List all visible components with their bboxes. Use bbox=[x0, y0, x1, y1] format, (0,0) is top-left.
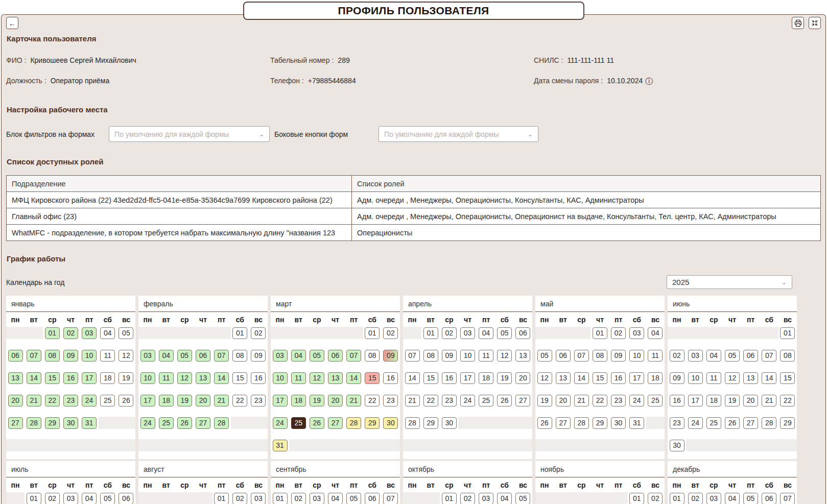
day-cell[interactable]: 08 bbox=[593, 350, 607, 362]
day-cell[interactable]: 04 bbox=[291, 350, 306, 362]
day-cell[interactable]: 27 bbox=[743, 417, 758, 429]
day-cell[interactable]: 08 bbox=[232, 350, 247, 362]
print-button[interactable] bbox=[792, 17, 804, 29]
day-cell[interactable]: 15 bbox=[593, 372, 607, 384]
day-cell[interactable]: 06 bbox=[762, 493, 776, 504]
day-cell[interactable]: 13 bbox=[515, 350, 530, 362]
day-cell[interactable]: 25 bbox=[648, 395, 663, 406]
day-cell[interactable]: 04 bbox=[725, 493, 740, 504]
day-cell[interactable]: 01 bbox=[593, 327, 607, 339]
day-cell[interactable]: 25 bbox=[159, 417, 174, 429]
day-cell[interactable]: 01 bbox=[442, 493, 457, 504]
day-cell[interactable]: 05 bbox=[515, 493, 530, 504]
day-cell[interactable]: 23 bbox=[611, 395, 626, 406]
day-cell[interactable]: 04 bbox=[497, 493, 512, 504]
day-cell[interactable]: 04 bbox=[100, 327, 115, 339]
day-cell[interactable]: 12 bbox=[725, 372, 740, 384]
day-cell[interactable]: 25 bbox=[706, 417, 721, 429]
day-cell[interactable]: 13 bbox=[743, 372, 758, 384]
day-cell[interactable]: 04 bbox=[82, 493, 97, 504]
day-cell[interactable]: 18 bbox=[706, 395, 721, 406]
day-cell[interactable]: 26 bbox=[725, 417, 740, 429]
day-cell[interactable]: 03 bbox=[479, 493, 493, 504]
day-cell[interactable]: 09 bbox=[442, 350, 457, 362]
day-cell[interactable]: 20 bbox=[328, 395, 343, 406]
side-buttons-select[interactable]: По умолчанию для каждой формы ⌄ bbox=[379, 126, 538, 142]
day-cell[interactable]: 24 bbox=[629, 395, 644, 406]
day-cell[interactable]: 28 bbox=[405, 417, 420, 429]
day-cell[interactable]: 29 bbox=[593, 417, 607, 429]
day-cell[interactable]: 05 bbox=[743, 493, 758, 504]
day-cell[interactable]: 16 bbox=[251, 372, 266, 384]
day-cell[interactable]: 13 bbox=[328, 372, 343, 384]
day-cell[interactable]: 05 bbox=[119, 327, 133, 339]
day-cell[interactable]: 01 bbox=[27, 493, 41, 504]
day-cell[interactable]: 02 bbox=[611, 327, 626, 339]
day-cell[interactable]: 19 bbox=[497, 372, 512, 384]
day-cell[interactable]: 06 bbox=[328, 350, 343, 362]
day-cell[interactable]: 03 bbox=[273, 350, 288, 362]
day-cell[interactable]: 07 bbox=[346, 350, 361, 362]
day-cell[interactable]: 15 bbox=[423, 372, 438, 384]
day-cell[interactable]: 30 bbox=[383, 417, 398, 429]
day-cell[interactable]: 06 bbox=[743, 350, 758, 362]
day-cell[interactable]: 28 bbox=[346, 417, 361, 429]
day-cell[interactable]: 26 bbox=[177, 417, 192, 429]
day-cell[interactable]: 06 bbox=[196, 350, 210, 362]
day-cell[interactable]: 24 bbox=[82, 395, 97, 406]
day-cell[interactable]: 16 bbox=[442, 372, 457, 384]
day-cell[interactable]: 01 bbox=[365, 327, 380, 339]
day-cell[interactable]: 14 bbox=[214, 372, 229, 384]
info-circle-icon[interactable]: ⓘ bbox=[645, 77, 653, 85]
day-cell[interactable]: 10 bbox=[140, 372, 155, 384]
day-cell[interactable]: 03 bbox=[629, 327, 644, 339]
day-cell[interactable]: 05 bbox=[310, 350, 324, 362]
day-cell[interactable]: 30 bbox=[611, 417, 626, 429]
day-cell[interactable]: 21 bbox=[574, 395, 589, 406]
day-cell[interactable]: 21 bbox=[214, 395, 229, 406]
day-cell[interactable]: 01 bbox=[273, 493, 288, 504]
day-cell[interactable]: 08 bbox=[423, 350, 438, 362]
day-cell[interactable]: 22 bbox=[365, 395, 380, 406]
day-cell[interactable]: 10 bbox=[82, 350, 97, 362]
day-cell[interactable]: 16 bbox=[63, 372, 78, 384]
day-cell[interactable]: 11 bbox=[706, 372, 721, 384]
day-cell[interactable]: 26 bbox=[119, 395, 133, 406]
day-cell[interactable]: 20 bbox=[196, 395, 210, 406]
day-cell[interactable]: 05 bbox=[537, 350, 552, 362]
day-cell[interactable]: 24 bbox=[460, 395, 475, 406]
day-cell[interactable]: 25 bbox=[479, 395, 493, 406]
day-cell[interactable]: 03 bbox=[460, 327, 475, 339]
day-cell[interactable]: 21 bbox=[27, 395, 41, 406]
day-cell[interactable]: 30 bbox=[442, 417, 457, 429]
day-cell[interactable]: 12 bbox=[497, 350, 512, 362]
day-cell[interactable]: 07 bbox=[762, 350, 776, 362]
day-cell[interactable]: 18 bbox=[291, 395, 306, 406]
day-cell[interactable]: 07 bbox=[27, 350, 41, 362]
day-cell[interactable]: 14 bbox=[27, 372, 41, 384]
day-cell[interactable]: 02 bbox=[460, 493, 475, 504]
day-cell[interactable]: 05 bbox=[100, 493, 115, 504]
day-cell[interactable]: 05 bbox=[346, 493, 361, 504]
day-cell[interactable]: 13 bbox=[8, 372, 23, 384]
day-cell[interactable]: 01 bbox=[232, 327, 247, 339]
day-cell[interactable]: 18 bbox=[159, 395, 174, 406]
day-cell[interactable]: 06 bbox=[365, 493, 380, 504]
day-cell[interactable]: 14 bbox=[574, 372, 589, 384]
day-cell[interactable]: 04 bbox=[159, 350, 174, 362]
day-cell[interactable]: 17 bbox=[273, 395, 288, 406]
day-cell[interactable]: 03 bbox=[251, 493, 266, 504]
day-cell[interactable]: 12 bbox=[119, 350, 133, 362]
day-cell[interactable]: 01 bbox=[629, 493, 644, 504]
day-cell[interactable]: 06 bbox=[8, 350, 23, 362]
day-cell[interactable]: 24 bbox=[688, 417, 703, 429]
day-cell[interactable]: 19 bbox=[725, 395, 740, 406]
day-cell[interactable]: 02 bbox=[688, 493, 703, 504]
day-cell[interactable]: 02 bbox=[383, 327, 398, 339]
day-cell[interactable]: 29 bbox=[365, 417, 380, 429]
day-cell[interactable]: 27 bbox=[8, 417, 23, 429]
day-cell[interactable]: 10 bbox=[460, 350, 475, 362]
day-cell[interactable]: 06 bbox=[119, 493, 133, 504]
day-cell[interactable]: 05 bbox=[497, 327, 512, 339]
day-cell[interactable]: 26 bbox=[310, 417, 324, 429]
